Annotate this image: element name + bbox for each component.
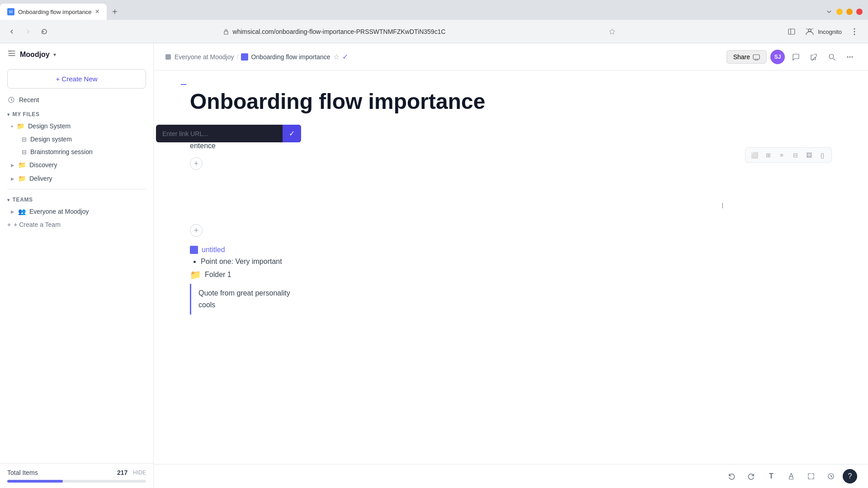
undo-button[interactable] bbox=[723, 468, 740, 484]
main-content: Everyone at Moodjoy / Onboarding flow im… bbox=[154, 43, 868, 488]
avatar[interactable]: SJ bbox=[770, 50, 785, 64]
tab-title: Onboarding flow importance bbox=[18, 9, 92, 15]
history-button[interactable] bbox=[823, 468, 839, 484]
collapse-button[interactable] bbox=[181, 80, 186, 88]
editor-area[interactable]: Onboarding flow importance ✓ entence ⬜ ⊞… bbox=[154, 70, 868, 464]
active-tab[interactable]: W Onboarding flow importance × bbox=[0, 4, 107, 20]
url-text: whimsical.com/onboarding-flow-importance… bbox=[233, 28, 605, 35]
add-block-button-1[interactable]: + bbox=[190, 157, 203, 170]
total-items-count: 217 bbox=[117, 469, 127, 476]
image-toolbar-icon[interactable]: 🖼 bbox=[803, 150, 814, 160]
sidebar-item-delivery[interactable]: ▶ 📁 Delivery bbox=[0, 172, 153, 185]
search-button[interactable] bbox=[825, 50, 839, 64]
bottom-toolbar: T A ? bbox=[154, 464, 868, 488]
progress-bar-background bbox=[7, 480, 146, 483]
svg-point-11 bbox=[847, 56, 849, 57]
forward-button[interactable] bbox=[22, 25, 34, 38]
link-url-popup: ✓ bbox=[156, 125, 301, 142]
svg-point-13 bbox=[852, 56, 853, 57]
tab-close-button[interactable]: × bbox=[95, 8, 99, 15]
sidebar-footer: Total Items 217 HIDE bbox=[0, 463, 153, 488]
favorite-star-icon[interactable]: ☆ bbox=[333, 52, 340, 61]
create-team-plus-icon: + bbox=[7, 221, 11, 228]
brainstorming-label: Brainstomring session bbox=[30, 148, 93, 155]
hide-button[interactable]: HIDE bbox=[133, 469, 146, 476]
quote-block: Quote from great personality cools bbox=[190, 284, 832, 314]
share-button[interactable]: Share bbox=[726, 50, 767, 64]
teams-section[interactable]: ▾ TEAMS bbox=[0, 193, 153, 205]
grid-toolbar-icon[interactable]: ⊞ bbox=[763, 150, 774, 160]
svg-rect-1 bbox=[788, 29, 795, 34]
svg-point-5 bbox=[854, 31, 855, 33]
create-team-button[interactable]: + + Create a Team bbox=[0, 218, 153, 231]
sidebar-item-discovery[interactable]: ▶ 📁 Discovery bbox=[0, 158, 153, 172]
lock-icon bbox=[223, 28, 229, 35]
svg-rect-8 bbox=[165, 54, 171, 60]
link-url-input[interactable] bbox=[156, 126, 283, 142]
table-toolbar-icon[interactable]: ⊟ bbox=[790, 150, 801, 160]
hamburger-menu[interactable] bbox=[7, 49, 16, 60]
embedded-link[interactable]: untitled bbox=[190, 246, 832, 254]
new-tab-button[interactable]: + bbox=[108, 5, 121, 18]
breadcrumb-workspace-label: Everyone at Moodjoy bbox=[175, 53, 234, 61]
link-confirm-button[interactable]: ✓ bbox=[283, 125, 301, 142]
svg-point-6 bbox=[854, 34, 855, 35]
discovery-chevron-icon: ▶ bbox=[11, 163, 14, 168]
embed-toolbar-icon[interactable]: {} bbox=[817, 150, 828, 160]
share-link-button[interactable] bbox=[807, 50, 821, 64]
comments-button[interactable] bbox=[788, 50, 803, 64]
design-system-child-label: Design system bbox=[30, 136, 72, 143]
more-options-icon[interactable] bbox=[850, 27, 859, 36]
more-options-button[interactable] bbox=[843, 50, 857, 64]
breadcrumb-doc[interactable]: Onboarding flow importance bbox=[241, 53, 330, 61]
breadcrumb-workspace[interactable]: Everyone at Moodjoy bbox=[165, 53, 234, 61]
breadcrumb-separator: / bbox=[237, 53, 239, 61]
sidebar-item-recent[interactable]: Recent bbox=[0, 92, 153, 108]
minimize-button[interactable] bbox=[836, 9, 843, 15]
incognito-icon bbox=[804, 26, 815, 37]
my-files-chevron-icon: ▾ bbox=[7, 112, 10, 117]
breadcrumb-doc-label: Onboarding flow importance bbox=[251, 53, 330, 61]
design-system-chevron-icon: ▾ bbox=[11, 124, 13, 129]
back-button[interactable] bbox=[5, 25, 18, 38]
my-files-section[interactable]: ▾ MY FILES bbox=[0, 108, 153, 119]
delivery-chevron-icon: ▶ bbox=[11, 176, 14, 181]
close-button[interactable] bbox=[856, 9, 863, 15]
text-format-button[interactable]: T bbox=[763, 468, 779, 484]
star-icon[interactable] bbox=[609, 28, 615, 35]
sidebar-toggle-icon[interactable] bbox=[787, 27, 796, 36]
team-icon: 👥 bbox=[18, 208, 26, 215]
teams-label: TEAMS bbox=[13, 197, 33, 203]
sidebar-item-design-system-child[interactable]: ⊟ Design system bbox=[0, 133, 153, 145]
sidebar-item-everyone[interactable]: ▶ 👥 Everyone at Moodjoy bbox=[0, 205, 153, 218]
resize-button[interactable] bbox=[803, 468, 819, 484]
topbar: Everyone at Moodjoy / Onboarding flow im… bbox=[154, 43, 868, 70]
verified-icon: ✓ bbox=[342, 52, 348, 61]
text-color-button[interactable]: A bbox=[783, 468, 799, 484]
floating-toolbar: ⬜ ⊞ ≡ ⊟ 🖼 {} bbox=[745, 147, 832, 163]
frame-toolbar-icon[interactable]: ⬜ bbox=[749, 150, 760, 160]
help-button[interactable]: ? bbox=[843, 469, 857, 483]
list-toolbar-icon[interactable]: ≡ bbox=[776, 150, 787, 160]
sidebar-header: Moodjoy ▾ bbox=[0, 43, 153, 66]
folder-icon: 📁 bbox=[17, 122, 24, 130]
reload-button[interactable] bbox=[38, 25, 51, 38]
folder-embed-icon: 📁 bbox=[190, 269, 201, 280]
sidebar: Moodjoy ▾ + Create New Recent ▾ MY FILES… bbox=[0, 43, 154, 488]
folder-embed[interactable]: 📁 Folder 1 bbox=[190, 269, 832, 280]
embedded-link-text[interactable]: untitled bbox=[202, 246, 225, 254]
divider bbox=[7, 189, 146, 189]
create-new-button[interactable]: + Create New bbox=[7, 69, 146, 89]
folder-embed-label: Folder 1 bbox=[205, 271, 231, 279]
address-bar[interactable]: whimsical.com/onboarding-flow-importance… bbox=[216, 25, 623, 38]
add-block-button-2[interactable]: + bbox=[190, 224, 203, 237]
sidebar-item-design-system[interactable]: ▾ 📁 Design System bbox=[0, 119, 153, 133]
maximize-button[interactable] bbox=[846, 9, 853, 15]
tab-favicon: W bbox=[7, 8, 14, 15]
share-label: Share bbox=[733, 53, 750, 61]
incognito-label: Incognito bbox=[818, 28, 842, 35]
workspace-chevron-icon[interactable]: ▾ bbox=[53, 52, 56, 58]
redo-button[interactable] bbox=[743, 468, 760, 484]
sidebar-item-brainstorming[interactable]: ⊟ Brainstomring session bbox=[0, 145, 153, 158]
design-system-label: Design System bbox=[28, 122, 71, 130]
